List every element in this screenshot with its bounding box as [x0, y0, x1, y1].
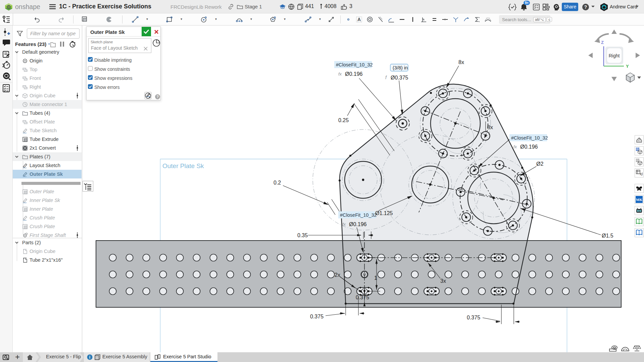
svg-text:Z: Z [601, 40, 604, 45]
svg-text:8x: 8x [458, 59, 464, 65]
svg-text:f: f [385, 75, 387, 80]
svg-text:2x: 2x [335, 272, 340, 278]
svg-text:Ø0.196: Ø0.196 [345, 71, 363, 77]
svg-text:Ø1.5: Ø1.5 [602, 233, 613, 239]
svg-text:3x: 3x [440, 278, 446, 284]
svg-text:Right: Right [609, 53, 620, 58]
svg-text:(3/8) in: (3/8) in [393, 65, 408, 70]
svg-text:0.375: 0.375 [310, 314, 324, 319]
svg-text:#CloseFit_10_32: #CloseFit_10_32 [336, 62, 373, 67]
svg-text:A: A [357, 17, 361, 22]
svg-text:Ø1.125: Ø1.125 [375, 210, 393, 216]
svg-text:x): x) [640, 172, 643, 176]
svg-text:Ø2: Ø2 [536, 161, 543, 167]
svg-text:1: 1 [374, 275, 377, 281]
svg-text:0.25: 0.25 [338, 117, 349, 123]
svg-text:0.35: 0.35 [297, 232, 308, 238]
svg-text:?: ? [584, 4, 587, 10]
svg-text:Ø0.196: Ø0.196 [349, 221, 367, 227]
svg-text:0.375: 0.375 [356, 295, 369, 300]
svg-text:Y: Y [626, 64, 629, 69]
svg-text:#CloseFit_10_32: #CloseFit_10_32 [340, 212, 377, 218]
svg-text:fx: fx [338, 71, 342, 76]
svg-text:fx: fx [513, 144, 517, 149]
svg-text:0.2: 0.2 [274, 180, 281, 186]
svg-text:8x: 8x [487, 124, 493, 130]
svg-text:Outer Plate Sk: Outer Plate Sk [162, 162, 204, 169]
svg-text:#CloseFit_10_32: #CloseFit_10_32 [511, 135, 548, 141]
svg-text:fx: fx [342, 222, 346, 227]
svg-text:Ø0.375: Ø0.375 [391, 75, 408, 81]
svg-text:0.375: 0.375 [467, 315, 480, 320]
svg-text:Ø0.196: Ø0.196 [520, 144, 538, 150]
svg-text:i: i [89, 355, 90, 360]
